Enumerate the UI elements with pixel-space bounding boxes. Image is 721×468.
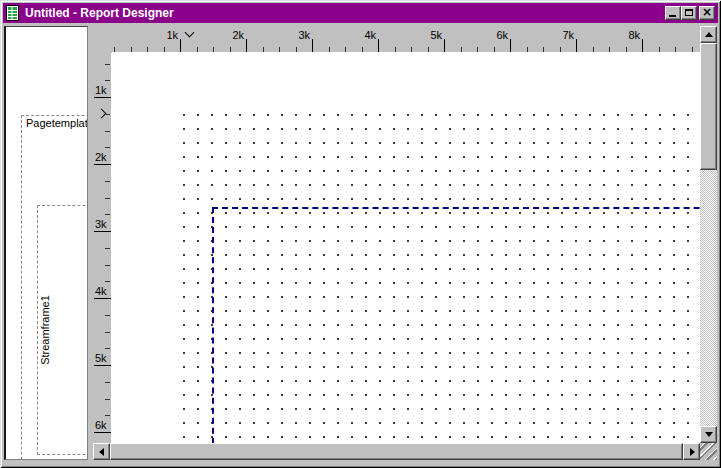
ruler-tick <box>675 47 676 52</box>
streamframe-frame[interactable]: Streamframe1 <box>37 205 88 455</box>
ruler-tick-label: 6k <box>496 29 508 41</box>
report-designer-window: Untitled - Report Designer × Pagetemplat… <box>0 0 721 468</box>
ruler-tick <box>411 47 412 52</box>
ruler-tick <box>543 47 544 52</box>
ruler-tick <box>105 114 110 115</box>
ruler-tick <box>329 47 330 52</box>
ruler-tick <box>105 265 110 266</box>
horizontal-scrollbar[interactable] <box>93 443 700 460</box>
ruler-tick <box>230 47 231 52</box>
designer-workspace: 1k2k3k4k5k6k7k8k 1k2k3k4k5k6k <box>93 26 717 460</box>
ruler-tick-label: 2k <box>232 29 244 41</box>
ruler-tick-label: 1k <box>166 29 178 41</box>
report-document-icon <box>5 5 21 21</box>
ruler-tick <box>105 415 110 416</box>
maximize-button[interactable] <box>681 6 697 20</box>
resize-grip[interactable] <box>700 443 717 460</box>
arrow-down-icon <box>705 432 713 437</box>
ruler-tick <box>105 248 110 249</box>
scroll-down-button[interactable] <box>700 426 717 443</box>
ruler-tick <box>296 47 297 52</box>
minimize-icon <box>669 15 676 17</box>
ruler-corner <box>93 26 112 53</box>
ruler-tick <box>105 281 110 282</box>
ruler-tick <box>477 47 478 52</box>
ruler-tick-label: 6k <box>95 419 107 431</box>
ruler-tick <box>105 80 110 81</box>
ruler-tick <box>395 47 396 52</box>
structure-panel: Pagetemplate1 Streamframe1 <box>4 26 88 460</box>
vertical-ruler[interactable]: 1k2k3k4k5k6k <box>93 53 112 443</box>
ruler-tick-label: 2k <box>95 151 107 163</box>
ruler-tick <box>94 365 111 366</box>
ruler-tick <box>692 47 693 52</box>
ruler-tick <box>312 39 313 52</box>
ruler-tick <box>609 47 610 52</box>
ruler-tick <box>147 47 148 52</box>
ruler-tick <box>659 47 660 52</box>
ruler-tick <box>494 47 495 52</box>
ruler-tick <box>94 164 111 165</box>
ruler-tick-label: 5k <box>430 29 442 41</box>
ruler-tick <box>444 39 445 52</box>
ruler-tick <box>105 147 110 148</box>
title-bar[interactable]: Untitled - Report Designer × <box>3 3 718 23</box>
arrow-right-icon <box>690 448 695 456</box>
scroll-right-button[interactable] <box>683 443 700 460</box>
ruler-tick <box>428 47 429 52</box>
arrow-up-icon <box>705 32 713 37</box>
ruler-tick <box>626 47 627 52</box>
ruler-tick-label: 3k <box>95 218 107 230</box>
minimize-button[interactable] <box>665 6 681 20</box>
ruler-tick <box>378 39 379 52</box>
ruler-tick-label: 4k <box>95 285 107 297</box>
scroll-up-button[interactable] <box>700 26 717 43</box>
arrow-left-icon <box>99 448 104 456</box>
pagetemplate-label: Pagetemplate1 <box>26 117 88 129</box>
ruler-tick <box>94 432 111 433</box>
ruler-tick <box>105 332 110 333</box>
close-button[interactable]: × <box>699 6 715 20</box>
ruler-tick <box>105 181 110 182</box>
ruler-tick <box>461 47 462 52</box>
ruler-tick <box>527 47 528 52</box>
ruler-tick <box>105 399 110 400</box>
window-title: Untitled - Report Designer <box>25 3 174 23</box>
ruler-tick <box>94 298 111 299</box>
ruler-tick <box>560 47 561 52</box>
ruler-tick <box>105 382 110 383</box>
scroll-left-button[interactable] <box>93 443 110 460</box>
horizontal-ruler-marker[interactable] <box>185 28 195 38</box>
ruler-tick <box>105 64 110 65</box>
ruler-tick <box>362 47 363 52</box>
ruler-tick-label: 4k <box>364 29 376 41</box>
vertical-scrollbar[interactable] <box>700 26 717 443</box>
ruler-tick-label: 8k <box>628 29 640 41</box>
ruler-tick <box>345 47 346 52</box>
ruler-tick <box>576 39 577 52</box>
ruler-tick <box>94 231 111 232</box>
ruler-tick <box>246 39 247 52</box>
horizontal-ruler[interactable]: 1k2k3k4k5k6k7k8k <box>112 26 700 53</box>
ruler-tick <box>510 39 511 52</box>
ruler-tick <box>94 97 111 98</box>
ruler-tick <box>180 39 181 52</box>
ruler-tick <box>213 47 214 52</box>
ruler-tick <box>593 47 594 52</box>
ruler-tick <box>263 47 264 52</box>
ruler-tick <box>164 47 165 52</box>
ruler-tick-label: 3k <box>298 29 310 41</box>
vertical-scrollbar-thumb[interactable] <box>700 43 717 170</box>
ruler-tick <box>131 47 132 52</box>
ruler-tick <box>105 131 110 132</box>
close-icon: × <box>700 6 714 18</box>
selected-frame-outline[interactable] <box>212 207 700 443</box>
streamframe-label: Streamframe1 <box>39 295 51 365</box>
ruler-tick-label: 7k <box>562 29 574 41</box>
ruler-tick-label: 1k <box>95 84 107 96</box>
ruler-tick <box>105 315 110 316</box>
ruler-tick <box>114 47 115 52</box>
ruler-tick <box>642 39 643 52</box>
design-canvas[interactable] <box>112 53 700 443</box>
horizontal-scrollbar-thumb[interactable] <box>110 443 683 460</box>
